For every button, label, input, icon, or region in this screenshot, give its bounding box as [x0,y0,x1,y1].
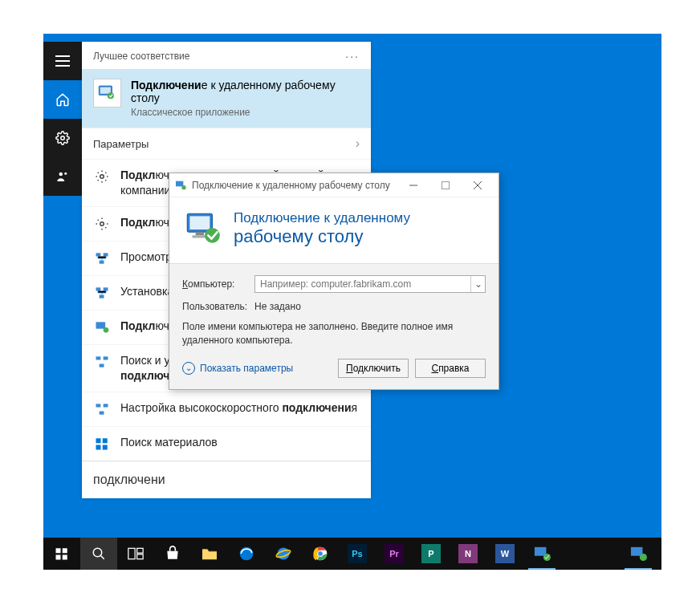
hamburger-button[interactable] [43,42,82,80]
svg-rect-38 [63,548,67,553]
best-match-text: Подключение к удаленному рабочему столу … [131,79,360,118]
tb-rdp[interactable] [523,538,560,570]
rail-settings[interactable] [43,119,82,157]
svg-rect-9 [104,253,108,256]
start-button[interactable] [43,538,80,570]
svg-point-1 [59,173,63,177]
network-icon [93,284,111,302]
params-header[interactable]: Параметры › [82,128,371,159]
settings-icon [93,168,111,185]
svg-rect-33 [189,216,210,229]
svg-rect-34 [196,232,204,235]
windows-icon [55,546,69,561]
svg-rect-14 [96,322,106,328]
computer-input[interactable] [255,276,470,292]
connect-button[interactable]: Подключить [338,359,409,378]
computer-combo[interactable]: ⌄ [254,275,486,293]
rdp-titlebar[interactable]: Подключение к удаленному рабочему столу [169,173,499,197]
svg-rect-8 [96,253,101,256]
tb-explorer[interactable] [191,538,228,570]
tb-ie[interactable] [265,538,302,570]
folder-icon [201,546,218,561]
svg-rect-44 [137,548,144,553]
svg-rect-26 [176,181,183,186]
tb-edge[interactable] [228,538,265,570]
tb-publisher[interactable]: P [413,538,450,570]
svg-rect-10 [100,260,104,263]
search-button[interactable] [80,538,117,570]
help-button[interactable]: Справка [415,359,486,378]
minimize-icon [409,181,417,189]
tb-store[interactable] [154,538,191,570]
svg-rect-16 [96,356,101,359]
hint-text: Поле имени компьютера не заполнено. Введ… [182,320,486,347]
ie-icon [275,546,291,562]
tb-premiere[interactable]: Pr [376,538,413,570]
best-match-label: Лучшее соответствие [93,51,189,62]
rdp-banner: Подключение к удаленному рабочему столу [169,197,499,263]
more-icon[interactable]: ··· [345,50,360,63]
search-input[interactable] [93,473,360,487]
svg-point-15 [104,327,109,333]
chevron-down-icon[interactable]: ⌄ [470,276,485,292]
svg-rect-45 [137,554,144,559]
start-rail [43,42,82,196]
store-icon [165,546,181,562]
svg-rect-25 [103,445,108,449]
tb-rdp-2[interactable] [620,538,657,570]
svg-rect-29 [442,181,450,189]
tb-chrome[interactable] [302,538,339,570]
network-icon [93,250,111,267]
close-button[interactable] [462,174,494,197]
best-match-item[interactable]: Подключение к удаленному рабочему столу … [82,69,371,128]
rdp-banner-icon [182,209,222,249]
chevron-right-icon: › [356,136,360,151]
svg-rect-39 [56,555,61,560]
tb-photoshop[interactable]: Ps [339,538,376,570]
search-box[interactable] [82,461,371,498]
svg-rect-23 [103,438,108,443]
svg-rect-17 [104,356,108,359]
svg-point-0 [61,136,65,140]
show-params-link[interactable]: ⌄ Показать параметры [182,362,293,375]
result-item[interactable]: Настройка высокоскоростного подключения [82,392,371,426]
chevron-down-icon: ⌄ [182,362,195,375]
svg-rect-19 [96,404,101,407]
close-icon [474,181,482,189]
rdp-dialog: Подключение к удаленному рабочему столу … [169,173,499,390]
maximize-button[interactable] [429,174,462,197]
svg-point-2 [64,173,67,175]
svg-point-27 [181,185,185,189]
people-icon [55,169,70,184]
svg-point-7 [100,222,104,226]
svg-rect-52 [535,547,547,556]
rail-home[interactable] [43,80,82,119]
tb-word[interactable]: W [486,538,523,570]
rdp-body: Компьютер: ⌄ Пользователь: Не задано Пол… [169,263,499,389]
best-match-header: Лучшее соответствие ··· [82,42,371,69]
bm-bold: Подключени [131,79,201,91]
taskview-icon [128,547,144,560]
rail-people[interactable] [43,157,82,196]
svg-rect-13 [100,294,104,298]
svg-point-6 [100,175,104,179]
svg-rect-18 [100,363,104,367]
user-label: Пользователь: [182,301,246,312]
svg-point-55 [640,554,647,561]
network-icon [93,353,111,371]
user-value: Не задано [254,301,301,312]
rdp-icon [533,546,551,562]
rdp-icon [93,319,111,336]
svg-rect-4 [100,87,111,94]
svg-rect-40 [63,555,67,560]
result-item-store[interactable]: Поиск материалов [82,426,371,461]
svg-rect-21 [100,411,104,414]
svg-point-5 [108,92,114,99]
svg-rect-54 [631,547,643,556]
tb-onenote[interactable]: N [450,538,486,570]
minimize-button[interactable] [397,174,429,197]
svg-rect-24 [96,445,101,449]
taskview-button[interactable] [117,538,154,570]
rdp-titlebar-icon [174,179,187,192]
banner-line1: Подключение к удаленному [234,210,410,226]
